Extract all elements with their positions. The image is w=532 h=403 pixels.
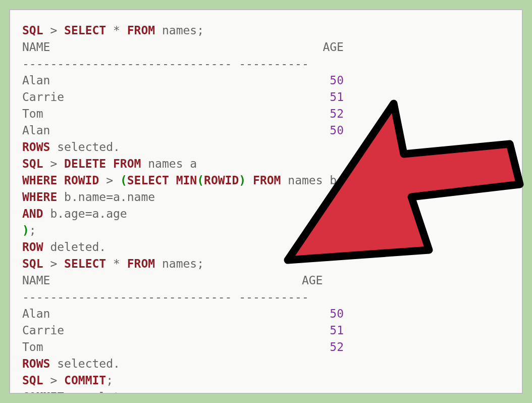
kw-and: AND	[22, 207, 43, 220]
kw-sql: SQL	[22, 157, 43, 170]
text: >	[99, 174, 120, 187]
row-name: Alan	[22, 307, 50, 320]
kw-rowid: ROWID	[204, 174, 239, 187]
row-name: Carrie	[22, 324, 64, 337]
text: deleted.	[43, 240, 107, 254]
kw-rows: ROWS	[22, 140, 50, 154]
text: names;	[155, 24, 204, 37]
header-row: NAME AGE	[22, 274, 323, 287]
text: >	[43, 374, 65, 387]
text: b.name=a.name	[57, 190, 155, 204]
terminal-frame: SQL > SELECT * FROM names; NAME AGE ----…	[9, 9, 523, 394]
kw-from: FROM	[127, 257, 155, 270]
text: names b	[281, 174, 337, 187]
sql-output: SQL > SELECT * FROM names; NAME AGE ----…	[22, 22, 513, 394]
kw-delete-from: DELETE FROM	[64, 157, 141, 170]
kw-sql: SQL	[22, 257, 43, 270]
text: selected.	[50, 357, 120, 370]
row-name: Alan	[22, 74, 50, 87]
row-name: Tom	[22, 340, 43, 354]
row-age: 50	[330, 124, 344, 137]
divider: ------------------------------ ---------…	[22, 290, 309, 304]
kw-sql: SQL	[22, 374, 43, 387]
kw-select-min: SELECT MIN	[127, 174, 197, 187]
row-age: 50	[330, 74, 344, 87]
row-name: Tom	[22, 107, 43, 120]
paren-open: (	[197, 174, 204, 187]
divider: ------------------------------ ---------…	[22, 57, 309, 70]
text: *	[106, 24, 127, 37]
paren-open: (	[120, 174, 127, 187]
text: >	[43, 24, 65, 37]
kw-rows: ROWS	[22, 357, 50, 370]
text: ;	[106, 374, 113, 387]
kw-where-rowid: WHERE ROWID	[22, 174, 99, 187]
row-age: 50	[330, 307, 344, 320]
paren-close: )	[22, 224, 29, 237]
text: complete.	[64, 390, 134, 394]
text: ;	[29, 224, 36, 237]
text: >	[43, 257, 65, 270]
header-row: NAME AGE	[22, 40, 344, 54]
kw-sql: SQL	[22, 24, 43, 37]
kw-row: ROW	[22, 240, 43, 254]
kw-select: SELECT	[64, 24, 106, 37]
row-age: 51	[330, 324, 344, 337]
row-age: 52	[330, 107, 344, 120]
kw-from: FROM	[253, 174, 281, 187]
row-name: Alan	[22, 124, 50, 137]
text: >	[43, 157, 65, 170]
text	[246, 174, 253, 187]
row-age: 51	[330, 90, 344, 104]
text: selected.	[50, 140, 120, 154]
paren-close: )	[239, 174, 246, 187]
text: b.age=a.age	[43, 207, 127, 220]
row-age: 52	[330, 340, 344, 354]
kw-from: FROM	[127, 24, 155, 37]
text: names a	[141, 157, 197, 170]
row-name: Carrie	[22, 90, 64, 104]
kw-commit: COMMIT	[22, 390, 64, 394]
kw-select: SELECT	[64, 257, 106, 270]
text: *	[106, 257, 127, 270]
kw-commit: COMMIT	[64, 374, 106, 387]
kw-where: WHERE	[22, 190, 57, 204]
text: names;	[155, 257, 204, 270]
